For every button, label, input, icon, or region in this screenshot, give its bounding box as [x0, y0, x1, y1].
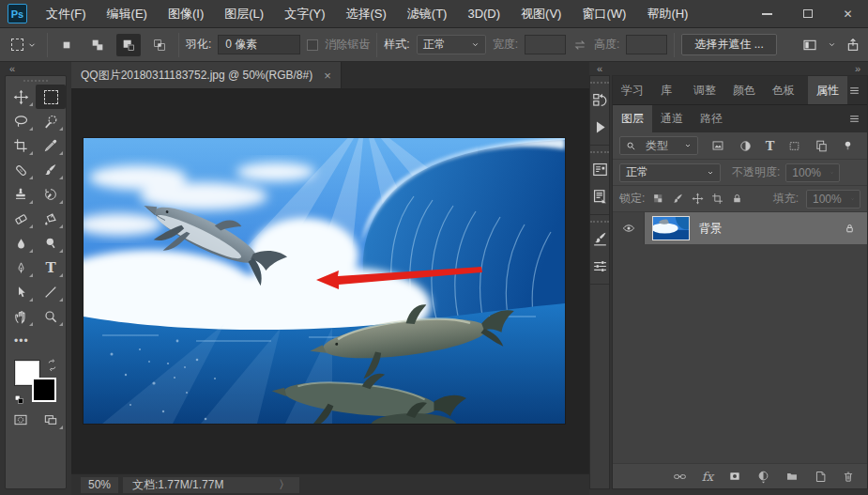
maximize-button[interactable]	[787, 0, 828, 27]
filter-pixel-layers-icon[interactable]	[710, 139, 725, 152]
lock-transparency-icon[interactable]	[652, 193, 664, 205]
opacity-select[interactable]: 100%	[785, 163, 840, 182]
adjustment-layer-icon[interactable]	[756, 470, 770, 484]
screen-mode-button[interactable]	[36, 408, 66, 432]
tab-adjustments[interactable]: 调整	[685, 76, 724, 104]
document-sizes-field[interactable]: 文档:1.77M/1.77M 〉	[123, 477, 299, 493]
tab-channels[interactable]: 通道	[652, 105, 692, 132]
default-colors-icon[interactable]	[13, 394, 25, 406]
new-layer-icon[interactable]	[814, 470, 828, 484]
tab-layers[interactable]: 图层	[613, 105, 652, 132]
menu-file[interactable]: 文件(F)	[36, 0, 97, 27]
tab-libraries[interactable]: 库	[652, 76, 680, 104]
menu-view[interactable]: 视图(V)	[510, 0, 571, 27]
history-brush-tool[interactable]	[36, 182, 66, 207]
layer-filter-select[interactable]: 类型	[619, 136, 698, 155]
tool-preset-picker[interactable]	[8, 34, 40, 56]
lasso-tool[interactable]	[6, 109, 36, 133]
swap-colors-icon[interactable]	[46, 359, 58, 371]
tools-collapse[interactable]: «	[0, 62, 71, 75]
add-to-selection-button[interactable]	[85, 34, 110, 56]
subtract-from-selection-button[interactable]	[116, 34, 141, 56]
panel-menu-icon[interactable]	[847, 85, 861, 97]
move-tool[interactable]	[6, 85, 36, 109]
gradient-tool[interactable]	[36, 207, 66, 231]
rectangular-marquee-tool[interactable]	[36, 85, 66, 109]
actions-panel-icon[interactable]	[590, 114, 609, 141]
fill-select[interactable]: 100%	[806, 190, 860, 209]
layer-visibility-toggle[interactable]	[613, 212, 645, 244]
filter-smart-objects-icon[interactable]	[815, 139, 829, 153]
link-layers-icon[interactable]	[672, 470, 688, 484]
background-color-swatch[interactable]	[32, 378, 56, 402]
type-tool[interactable]: T	[36, 255, 66, 280]
minimize-button[interactable]	[747, 0, 787, 27]
height-input[interactable]	[626, 35, 667, 54]
filter-type-layers-icon[interactable]: T	[766, 139, 775, 153]
layer-row-background[interactable]: 背景	[613, 212, 867, 244]
filter-shape-layers-icon[interactable]	[787, 140, 801, 152]
style-select[interactable]: 正常	[417, 35, 486, 54]
paragraph-panel-icon[interactable]	[590, 183, 609, 210]
zoom-tool[interactable]	[36, 304, 66, 329]
workspace-icon[interactable]	[801, 38, 818, 53]
new-selection-button[interactable]	[54, 34, 79, 56]
menu-help[interactable]: 帮助(H)	[636, 0, 698, 27]
menu-type[interactable]: 文字(Y)	[274, 0, 335, 27]
lock-all-icon[interactable]	[731, 193, 743, 205]
spot-healing-brush-tool[interactable]	[6, 158, 36, 182]
tab-learn[interactable]: 学习	[613, 76, 652, 104]
eraser-tool[interactable]	[6, 207, 36, 231]
quick-selection-tool[interactable]	[36, 109, 66, 133]
brushes-panel-icon[interactable]	[590, 253, 609, 280]
menu-image[interactable]: 图像(I)	[158, 0, 214, 27]
feather-input[interactable]: 0 像素	[218, 35, 300, 54]
dodge-tool[interactable]	[36, 231, 66, 255]
new-group-icon[interactable]	[784, 470, 799, 483]
width-input[interactable]	[525, 35, 566, 54]
filter-toggle-icon[interactable]	[842, 139, 854, 153]
zoom-level-field[interactable]: 50%	[81, 477, 118, 493]
share-icon[interactable]	[845, 38, 860, 53]
delete-layer-icon[interactable]	[842, 470, 855, 484]
edit-toolbar-button[interactable]: •••	[6, 329, 66, 353]
layer-style-icon[interactable]: fx	[702, 470, 713, 484]
menu-window[interactable]: 窗口(W)	[571, 0, 636, 27]
tab-color[interactable]: 颜色	[724, 76, 764, 104]
panel-menu-icon[interactable]	[847, 113, 861, 125]
tab-properties[interactable]: 属性	[808, 76, 847, 104]
lock-position-icon[interactable]	[692, 193, 704, 205]
tab-close-icon[interactable]: ×	[324, 69, 331, 83]
canvas[interactable]	[71, 89, 589, 473]
document-tab[interactable]: QQ图片20180311183752.jpg @ 50%(RGB/8#) ×	[71, 62, 342, 88]
quick-mask-button[interactable]	[6, 408, 36, 432]
hand-tool[interactable]	[6, 304, 36, 329]
lock-artboard-icon[interactable]	[711, 193, 723, 205]
select-and-mask-button[interactable]: 选择并遮住 ...	[681, 34, 776, 55]
path-selection-tool[interactable]	[6, 280, 36, 304]
menu-layer[interactable]: 图层(L)	[214, 0, 274, 27]
close-button[interactable]: ✕	[828, 0, 868, 27]
line-tool[interactable]	[36, 280, 66, 304]
lock-pixels-icon[interactable]	[672, 193, 684, 205]
swap-width-height-icon[interactable]	[572, 38, 587, 53]
brush-tool[interactable]	[36, 158, 66, 182]
menu-filter[interactable]: 滤镜(T)	[397, 0, 458, 27]
antialias-checkbox[interactable]	[307, 39, 318, 51]
dock-collapse-left[interactable]: «	[597, 63, 602, 74]
tab-paths[interactable]: 路径	[692, 105, 731, 132]
filter-adjustment-layers-icon[interactable]	[739, 139, 753, 153]
intersect-selection-button[interactable]	[147, 34, 172, 56]
menu-3d[interactable]: 3D(D)	[457, 0, 510, 27]
crop-tool[interactable]	[6, 133, 36, 158]
clone-stamp-tool[interactable]	[6, 182, 36, 207]
layer-thumbnail[interactable]	[652, 216, 690, 240]
eyedropper-tool[interactable]	[36, 133, 66, 158]
menu-edit[interactable]: 编辑(E)	[97, 0, 158, 27]
blur-tool[interactable]	[6, 231, 36, 255]
character-panel-icon[interactable]	[590, 156, 609, 183]
add-layer-mask-icon[interactable]	[727, 470, 742, 483]
dock-collapse-right[interactable]: »	[855, 63, 860, 74]
menu-select[interactable]: 选择(S)	[335, 0, 396, 27]
pen-tool[interactable]	[6, 255, 36, 280]
